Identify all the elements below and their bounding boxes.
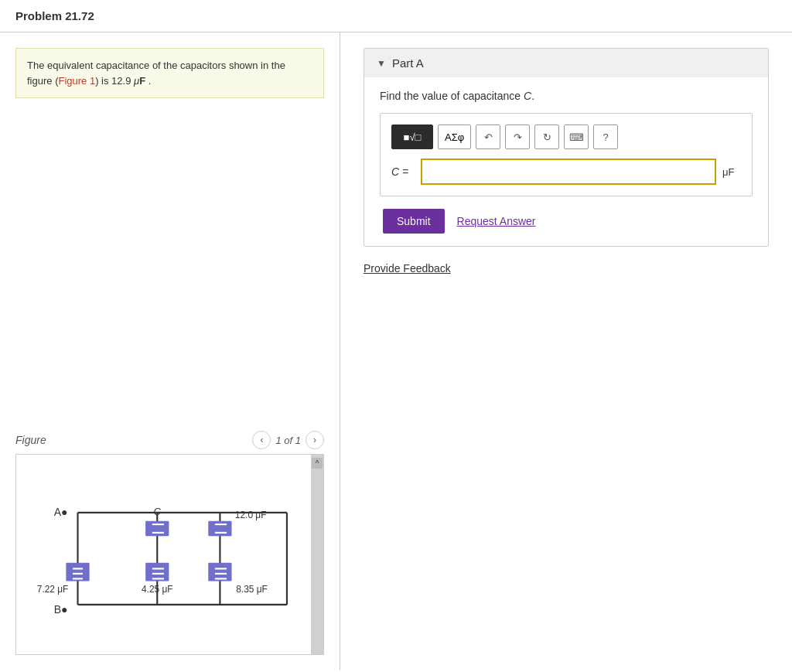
figure-label: Figure bbox=[15, 434, 46, 446]
answer-input[interactable] bbox=[421, 159, 716, 185]
unit-label: μF bbox=[722, 166, 741, 178]
undo-button[interactable]: ↶ bbox=[476, 125, 500, 149]
svg-text:4.25 μF: 4.25 μF bbox=[142, 584, 173, 595]
answer-box: ■√□ ΑΣφ ↶ ↷ ↻ bbox=[380, 113, 753, 196]
svg-text:12.0 μF: 12.0 μF bbox=[235, 510, 267, 520]
figure-header: Figure ‹ 1 of 1 › bbox=[15, 426, 324, 454]
redo-button[interactable]: ↷ bbox=[505, 125, 530, 149]
part-a-body: Find the value of capacitance C. ■√□ ΑΣφ… bbox=[364, 77, 768, 246]
figure-prev-button[interactable]: ‹ bbox=[252, 431, 271, 449]
figure-next-button[interactable]: › bbox=[306, 431, 324, 449]
right-panel: ▼ Part A Find the value of capacitance C… bbox=[340, 32, 792, 670]
left-panel: The equivalent capacitance of the capaci… bbox=[0, 32, 340, 670]
scroll-up-button[interactable]: ^ bbox=[312, 458, 323, 469]
svg-rect-10 bbox=[208, 521, 231, 536]
toolbar: ■√□ ΑΣφ ↶ ↷ ↻ bbox=[391, 125, 741, 149]
refresh-button[interactable]: ↻ bbox=[534, 125, 559, 149]
action-row: Submit Request Answer bbox=[380, 209, 753, 234]
problem-title: Problem 21.72 bbox=[15, 9, 94, 22]
help-button[interactable]: ? bbox=[593, 125, 618, 149]
math-input-icon: ■√□ bbox=[404, 131, 422, 143]
request-answer-button[interactable]: Request Answer bbox=[457, 215, 536, 227]
svg-rect-6 bbox=[145, 521, 169, 536]
svg-text:7.22 μF: 7.22 μF bbox=[37, 584, 69, 595]
info-text-2: ) is 12.9 bbox=[95, 75, 134, 87]
undo-icon: ↶ bbox=[484, 131, 493, 143]
circuit-diagram: C 12.0 μF 7.22 μF bbox=[24, 462, 316, 646]
svg-text:B●: B● bbox=[54, 603, 68, 616]
part-a-section: ▼ Part A Find the value of capacitance C… bbox=[364, 48, 769, 247]
info-box: The equivalent capacitance of the capaci… bbox=[15, 48, 324, 98]
svg-text:8.35 μF: 8.35 μF bbox=[236, 584, 268, 595]
figure-section: Figure ‹ 1 of 1 › bbox=[15, 426, 324, 655]
info-unit: μF bbox=[134, 75, 145, 87]
svg-text:A●: A● bbox=[54, 506, 68, 518]
provide-feedback-link[interactable]: Provide Feedback bbox=[364, 262, 769, 275]
part-a-header: ▼ Part A bbox=[364, 49, 768, 77]
help-icon: ? bbox=[603, 131, 609, 143]
page-header: Problem 21.72 bbox=[0, 0, 792, 32]
symbol-button[interactable]: ΑΣφ bbox=[438, 125, 471, 149]
keyboard-icon: ⌨ bbox=[569, 131, 584, 143]
figure-page: 1 of 1 bbox=[275, 435, 301, 446]
submit-button[interactable]: Submit bbox=[383, 209, 445, 234]
input-label: C = bbox=[391, 165, 415, 178]
collapse-arrow-icon[interactable]: ▼ bbox=[377, 58, 386, 69]
keyboard-button[interactable]: ⌨ bbox=[564, 125, 589, 149]
redo-icon: ↷ bbox=[514, 131, 522, 143]
svg-text:C: C bbox=[154, 506, 162, 517]
part-label: Part A bbox=[392, 56, 424, 70]
info-text-3: . bbox=[145, 75, 151, 87]
refresh-icon: ↻ bbox=[543, 131, 551, 143]
question-text: Find the value of capacitance C. bbox=[380, 90, 753, 102]
main-layout: The equivalent capacitance of the capaci… bbox=[0, 32, 792, 670]
scroll-bar[interactable]: ^ bbox=[311, 455, 323, 654]
figure-container: C 12.0 μF 7.22 μF bbox=[15, 454, 324, 655]
figure-link[interactable]: Figure 1 bbox=[58, 75, 95, 87]
figure-nav: ‹ 1 of 1 › bbox=[252, 431, 324, 449]
math-input-button[interactable]: ■√□ bbox=[391, 125, 433, 149]
symbol-icon: ΑΣφ bbox=[445, 131, 464, 143]
input-row: C = μF bbox=[391, 159, 741, 185]
